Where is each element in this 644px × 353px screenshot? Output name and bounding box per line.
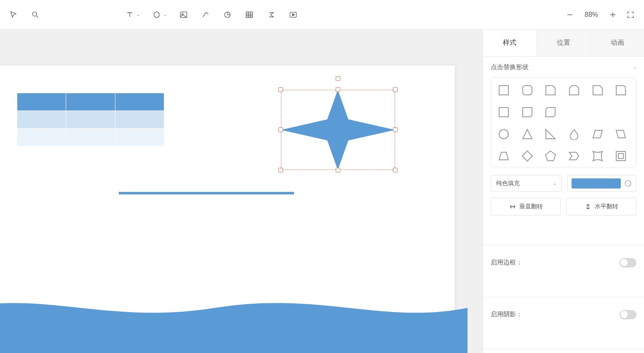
resize-handle-s[interactable] [336,168,340,172]
fullscreen-button[interactable] [625,10,636,20]
selected-star-shape[interactable] [281,90,395,170]
tab-position[interactable]: 位置 [537,30,591,56]
image-tool[interactable] [179,10,189,20]
resize-handle-e[interactable] [393,127,398,132]
replace-shape-label: 点击替换形状 [491,63,529,71]
formula-tool[interactable] [266,10,276,20]
eyedropper-icon [624,180,632,187]
shape-pillow[interactable] [591,149,604,163]
select-tool[interactable] [8,10,19,20]
enable-shadow-label: 启用阴影： [491,310,522,318]
chevron-down-icon: ⌄ [553,181,556,186]
chart-tool[interactable] [222,10,232,20]
resize-handle-w[interactable] [278,127,283,132]
shape-snip-1[interactable] [544,84,557,97]
shape-picker [491,77,636,167]
zoom-out-button[interactable] [565,10,575,20]
fill-type-label: 纯色填充 [496,180,520,187]
svg-rect-4 [246,12,253,17]
shape-rounded-rect[interactable] [521,84,534,97]
shape-round-1[interactable] [614,84,628,97]
zoom-level[interactable]: 88% [583,11,600,19]
flip-h-icon [585,203,591,210]
line-tool[interactable] [200,10,211,20]
flip-v-icon [509,203,516,210]
rotate-handle[interactable] [336,76,340,81]
shape-teardrop[interactable] [567,127,581,141]
svg-rect-10 [616,151,625,161]
text-tool[interactable]: ⌄ [125,10,140,20]
flip-horizontal-button[interactable]: 水平翻转 [566,198,636,216]
shape-rect-2[interactable] [497,105,510,119]
shape-pentagon[interactable] [544,149,557,163]
chevron-down-icon: ⌄ [633,65,636,70]
properties-panel: 样式 位置 动画 点击替换形状 ⌄ [483,30,644,353]
enable-border-row: 启用边框： [491,252,636,273]
media-tool[interactable] [288,10,298,20]
resize-handle-sw[interactable] [278,168,283,172]
enable-border-switch[interactable] [620,258,636,267]
shape-tool[interactable]: ⌄ [152,10,167,20]
line-shape[interactable] [119,192,294,194]
shape-triangle[interactable] [521,127,534,141]
resize-handle-nw[interactable] [278,87,283,92]
enable-shadow-row: 启用阴影： [491,304,636,325]
shape-right-triangle[interactable] [544,127,557,141]
svg-rect-11 [618,154,623,159]
enable-border-label: 启用边框： [491,259,522,267]
wave-shape[interactable] [0,287,468,353]
svg-rect-6 [499,86,508,95]
table-tool[interactable] [244,10,254,20]
table-shape[interactable] [17,93,164,146]
canvas-area[interactable] [0,30,483,353]
resize-handle-ne[interactable] [393,87,398,92]
svg-point-0 [32,12,37,16]
color-swatch [572,178,621,189]
replace-shape-header[interactable]: 点击替换形状 ⌄ [491,63,636,71]
flip-vertical-button[interactable]: 垂直翻转 [491,198,561,216]
main-toolbar: ⌄ ⌄ 88% [0,0,644,30]
shape-snip-round[interactable] [591,84,604,97]
slide[interactable] [0,65,455,353]
svg-rect-7 [523,86,532,95]
svg-rect-8 [499,108,508,117]
fill-type-select[interactable]: 纯色填充 ⌄ [491,175,562,192]
resize-handle-n[interactable] [336,87,340,92]
search-icon[interactable] [30,10,40,20]
resize-handle-se[interactable] [393,168,398,172]
tab-style[interactable]: 样式 [483,30,537,56]
tab-animation[interactable]: 动画 [591,30,644,56]
selection-box [281,90,395,170]
shape-parallelogram[interactable] [591,127,604,141]
shape-round-2[interactable] [521,105,534,119]
fill-color-picker[interactable] [567,175,636,192]
shape-frame[interactable] [614,149,628,163]
enable-shadow-switch[interactable] [620,310,636,319]
zoom-in-button[interactable] [608,10,618,20]
shape-circle[interactable] [497,127,510,141]
shape-snip-2[interactable] [567,84,581,97]
shape-round-diag[interactable] [544,105,557,119]
shape-chevron[interactable] [567,149,581,163]
shape-trapezoid[interactable] [497,149,510,163]
shape-diamond[interactable] [521,149,534,163]
panel-tabs: 样式 位置 动画 [483,30,644,57]
svg-point-9 [499,129,508,139]
shape-parallelogram-2[interactable] [614,127,628,141]
shape-rect[interactable] [497,84,510,97]
